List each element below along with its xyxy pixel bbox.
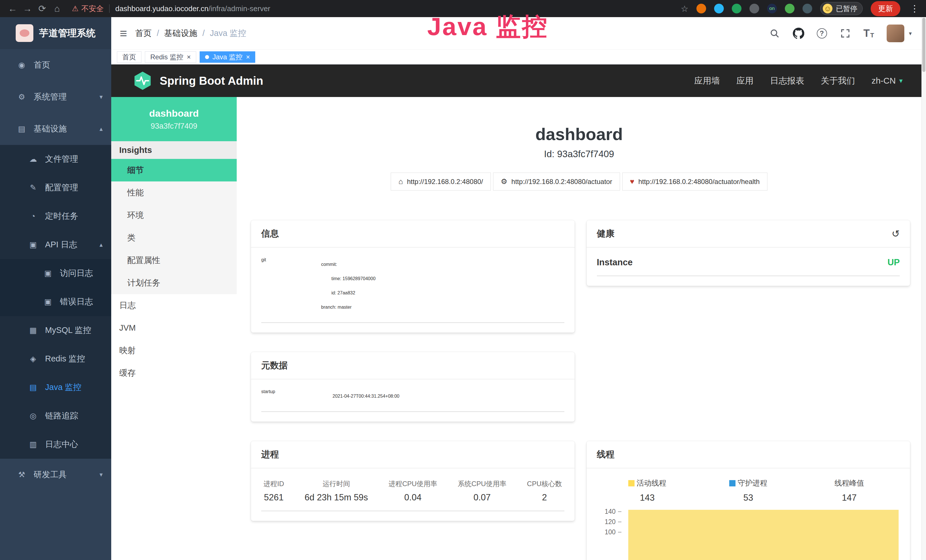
sidebar-item-file-management[interactable]: ☁ 文件管理	[0, 145, 111, 173]
search-icon[interactable]	[769, 28, 780, 39]
extension-icon[interactable]	[732, 4, 741, 14]
extension-icon[interactable]	[696, 4, 706, 14]
history-icon[interactable]: ↺	[892, 228, 900, 239]
sidebar-item-api-logs[interactable]: ▣ API 日志 ▴	[0, 230, 111, 259]
sidebar-item-home[interactable]: ◉ 首页	[0, 49, 111, 81]
close-icon[interactable]: ×	[246, 54, 250, 61]
sba-item-classes[interactable]: 类	[111, 227, 237, 249]
health-instance-row: Instance UP	[597, 257, 900, 276]
font-size-icon[interactable]: T T	[864, 28, 874, 38]
close-icon[interactable]: ×	[187, 54, 191, 61]
page-scrollbar[interactable]	[921, 17, 926, 560]
sba-nav-journal[interactable]: 日志报表	[770, 75, 804, 87]
sidebar-toggle-icon[interactable]: ≡	[120, 26, 127, 41]
sidebar-item-log-center[interactable]: ▥ 日志中心	[0, 430, 111, 459]
status-badge: UP	[888, 257, 900, 268]
sidebar-item-infrastructure[interactable]: ▤ 基础设施 ▴	[0, 113, 111, 145]
url-path: /infra/admin-server	[209, 4, 270, 13]
tick-label: 120	[597, 518, 616, 526]
tab-redis-monitor[interactable]: Redis 监控 ×	[145, 51, 196, 63]
instance-header[interactable]: dashboard 93a3fc7f7409	[111, 97, 237, 141]
app-logo	[16, 24, 33, 42]
sba-nav-about[interactable]: 关于我们	[821, 75, 855, 87]
health-url-link[interactable]: ♥ http://192.168.0.2:48080/actuator/heal…	[622, 173, 767, 191]
service-url-link[interactable]: ⌂ http://192.168.0.2:48080/	[391, 173, 491, 191]
chevron-down-icon: ▾	[100, 93, 103, 101]
locale-selector[interactable]: zh-CN ▾	[872, 76, 903, 86]
sidebar-item-system[interactable]: ⚙ 系统管理 ▾	[0, 81, 111, 113]
sba-item-mappings[interactable]: 映射	[111, 339, 237, 362]
threads-chart: 140 120 100	[597, 512, 900, 560]
breadcrumb-home[interactable]: 首页	[135, 28, 152, 39]
sba-nav-applications[interactable]: 应用	[736, 75, 754, 87]
edit-icon: ✎	[27, 183, 39, 192]
forward-icon[interactable]: →	[20, 3, 35, 14]
legend-peak-threads: 线程峰值 147	[799, 478, 900, 503]
sba-item-logs[interactable]: 日志	[111, 294, 237, 317]
wrench-icon: ⚙	[501, 177, 507, 186]
extension-icon[interactable]	[714, 4, 724, 14]
breadcrumb: 首页 / 基础设施 / Java 监控	[135, 28, 246, 39]
sidebar-item-label: 文件管理	[45, 153, 78, 165]
font-size-small-glyph: T	[870, 32, 874, 38]
extension-icon[interactable]	[749, 4, 759, 14]
sidebar-item-java-monitor[interactable]: ▤ Java 监控	[0, 373, 111, 402]
github-icon[interactable]	[793, 28, 804, 39]
instance-links: ⌂ http://192.168.0.2:48080/ ⚙ http://192…	[237, 173, 921, 191]
sba-item-scheduled-tasks[interactable]: 计划任务	[111, 272, 237, 294]
fullscreen-icon[interactable]	[840, 28, 851, 39]
actuator-url-link[interactable]: ⚙ http://192.168.0.2:48080/actuator	[493, 173, 620, 191]
sba-item-caches[interactable]: 缓存	[111, 362, 237, 384]
sba-nav-wallboard[interactable]: 应用墙	[694, 75, 720, 87]
instance-subtitle: Id: 93a3fc7f7409	[237, 148, 921, 159]
extension-icon[interactable]	[785, 4, 794, 14]
process-col-label: CPU核心数	[527, 479, 562, 488]
security-chip[interactable]: ⚠ 不安全	[72, 4, 103, 14]
sba-item-details[interactable]: 细节	[111, 159, 237, 182]
tab-java-monitor[interactable]: Java 监控 ×	[200, 51, 255, 63]
app-menu: ◉ 首页 ⚙ 系统管理 ▾ ▤ 基础设施 ▴ ☁ 文件管理 ✎ 配置管	[0, 49, 111, 491]
back-icon[interactable]: ←	[5, 3, 20, 14]
sba-item-jvm[interactable]: JVM	[111, 317, 237, 339]
sidebar-item-redis-monitor[interactable]: ◈ Redis 监控	[0, 345, 111, 373]
active-threads-area	[628, 510, 899, 560]
sba-item-metrics[interactable]: 性能	[111, 182, 237, 204]
process-col-system-cpu: 系统CPU使用率 0.07	[458, 479, 507, 502]
extension-icon[interactable]	[802, 4, 812, 14]
extension-icon-on[interactable]: on	[767, 4, 777, 14]
sba-item-config-props[interactable]: 配置属性	[111, 249, 237, 272]
instance-id: 93a3fc7f7409	[151, 122, 197, 131]
sidebar-item-tracing[interactable]: ◎ 链路追踪	[0, 402, 111, 430]
help-icon[interactable]: ?	[817, 28, 827, 38]
chart-tick: 100	[597, 528, 622, 536]
sidebar-item-mysql-monitor[interactable]: ▦ MySQL 监控	[0, 316, 111, 345]
home-icon[interactable]: ⌂	[50, 3, 65, 14]
sidebar-item-label: 研发工具	[34, 469, 67, 480]
tab-home[interactable]: 首页	[117, 51, 141, 63]
sidebar-item-dev-tools[interactable]: ⚒ 研发工具 ▾	[0, 459, 111, 491]
profile-chip[interactable]: ☺ 已暂停	[820, 2, 863, 15]
legend-daemon-threads: 守护进程 53	[698, 478, 799, 503]
sba-section-insights: Insights	[111, 141, 237, 159]
sidebar-item-config-management[interactable]: ✎ 配置管理	[0, 173, 111, 202]
metadata-startup-row: startup 2021-04-27T00:44:31.254+08:00	[261, 389, 564, 412]
reload-icon[interactable]: ⟳	[35, 3, 50, 14]
user-avatar[interactable]	[887, 24, 904, 42]
process-col-value: 0.04	[389, 492, 437, 502]
sidebar-item-access-logs[interactable]: ▣ 访问日志	[0, 259, 111, 288]
address-bar[interactable]: dashboard.yudao.iocoder.cn/infra/admin-s…	[115, 4, 270, 13]
sidebar-item-error-logs[interactable]: ▣ 错误日志	[0, 288, 111, 316]
bookmark-star-icon[interactable]: ☆	[681, 4, 688, 14]
update-button[interactable]: 更新	[871, 1, 900, 16]
breadcrumb-infrastructure[interactable]: 基础设施	[164, 28, 197, 39]
scrollbar-thumb[interactable]	[922, 18, 925, 72]
sba-item-environment[interactable]: 环境	[111, 204, 237, 227]
browser-menu-icon[interactable]: ⋮	[908, 3, 921, 14]
sidebar-item-label: MySQL 监控	[45, 325, 91, 336]
legend-label: 守护进程	[738, 478, 767, 488]
sidebar-item-label: 定时任务	[45, 210, 78, 222]
sidebar-item-scheduled-jobs[interactable]: ◔ 定时任务	[0, 202, 111, 230]
tick-mark	[618, 522, 622, 522]
app-logo-row[interactable]: 芋道管理系统	[0, 17, 111, 49]
sba-brand[interactable]: Spring Boot Admin	[133, 71, 263, 91]
